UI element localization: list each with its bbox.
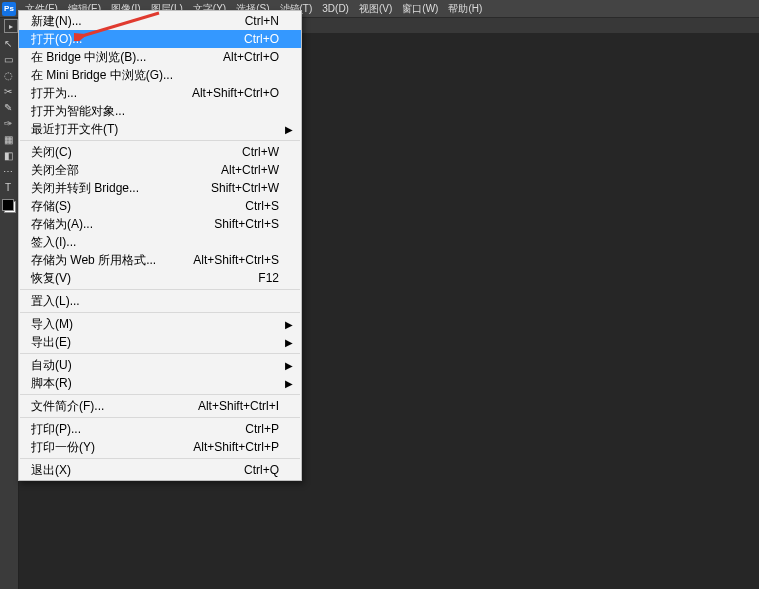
menu-item-4-1[interactable]: 脚本(R)▶ (19, 374, 301, 392)
menu-item-shortcut: Alt+Shift+Ctrl+S (193, 253, 279, 267)
menu-item-label: 脚本(R) (31, 375, 72, 392)
menu-item-1-3[interactable]: 存储(S)Ctrl+S (19, 197, 301, 215)
menu-item-1-6[interactable]: 存储为 Web 所用格式...Alt+Shift+Ctrl+S (19, 251, 301, 269)
menu-item-0-4[interactable]: 打开为...Alt+Shift+Ctrl+O (19, 84, 301, 102)
tool-7[interactable]: ◧ (0, 147, 16, 163)
file-menu: 新建(N)...Ctrl+N打开(O)...Ctrl+O在 Bridge 中浏览… (18, 10, 302, 481)
tool-1[interactable]: ▭ (0, 51, 16, 67)
menu-item-1-7[interactable]: 恢复(V)F12 (19, 269, 301, 287)
menu-item-shortcut: Ctrl+S (245, 199, 279, 213)
submenu-arrow-icon: ▶ (285, 337, 293, 348)
menu-item-label: 打开为智能对象... (31, 103, 125, 120)
tool-preset-icon[interactable]: ▸ (4, 19, 18, 33)
menu-item-shortcut: Shift+Ctrl+W (211, 181, 279, 195)
menubar-item-7[interactable]: 3D(D) (317, 0, 354, 17)
submenu-arrow-icon: ▶ (285, 319, 293, 330)
tool-2[interactable]: ◌ (0, 67, 16, 83)
menu-item-0-0[interactable]: 新建(N)...Ctrl+N (19, 12, 301, 30)
menu-item-shortcut: Alt+Shift+Ctrl+O (192, 86, 279, 100)
menu-item-shortcut: Alt+Shift+Ctrl+I (198, 399, 279, 413)
tool-6[interactable]: ▦ (0, 131, 16, 147)
menu-separator (20, 353, 300, 354)
tool-4[interactable]: ✎ (0, 99, 16, 115)
menu-item-0-1[interactable]: 打开(O)...Ctrl+O (19, 30, 301, 48)
menubar-item-9[interactable]: 窗口(W) (397, 0, 443, 17)
menu-item-label: 签入(I)... (31, 234, 76, 251)
menu-item-shortcut: Ctrl+N (245, 14, 279, 28)
menu-item-label: 打开为... (31, 85, 77, 102)
menu-item-1-1[interactable]: 关闭全部Alt+Ctrl+W (19, 161, 301, 179)
menu-item-shortcut: Alt+Shift+Ctrl+P (193, 440, 279, 454)
menu-item-label: 文件简介(F)... (31, 398, 104, 415)
tools-panel: ↖▭◌✂✎✑▦◧⋯T (0, 33, 19, 589)
menu-item-0-3[interactable]: 在 Mini Bridge 中浏览(G)... (19, 66, 301, 84)
menu-item-label: 自动(U) (31, 357, 72, 374)
menu-item-label: 在 Mini Bridge 中浏览(G)... (31, 67, 173, 84)
submenu-arrow-icon: ▶ (285, 124, 293, 135)
menu-item-label: 恢复(V) (31, 270, 71, 287)
menu-item-3-1[interactable]: 导出(E)▶ (19, 333, 301, 351)
menu-item-label: 打印(P)... (31, 421, 81, 438)
menu-item-shortcut: Ctrl+W (242, 145, 279, 159)
menu-item-label: 导入(M) (31, 316, 73, 333)
menu-item-6-1[interactable]: 打印一份(Y)Alt+Shift+Ctrl+P (19, 438, 301, 456)
menu-item-label: 导出(E) (31, 334, 71, 351)
menu-item-label: 关闭并转到 Bridge... (31, 180, 139, 197)
tool-0[interactable]: ↖ (0, 35, 16, 51)
tool-9[interactable]: T (0, 179, 16, 195)
menu-item-1-4[interactable]: 存储为(A)...Shift+Ctrl+S (19, 215, 301, 233)
app-logo-icon: Ps (2, 2, 16, 16)
menu-separator (20, 394, 300, 395)
tool-3[interactable]: ✂ (0, 83, 16, 99)
menu-item-0-5[interactable]: 打开为智能对象... (19, 102, 301, 120)
color-swatch[interactable] (2, 199, 16, 213)
menu-item-3-0[interactable]: 导入(M)▶ (19, 315, 301, 333)
menubar-item-10[interactable]: 帮助(H) (443, 0, 487, 17)
menu-item-label: 存储(S) (31, 198, 71, 215)
menu-separator (20, 312, 300, 313)
menu-item-label: 关闭(C) (31, 144, 72, 161)
menu-item-label: 置入(L)... (31, 293, 80, 310)
menu-item-7-0[interactable]: 退出(X)Ctrl+Q (19, 461, 301, 479)
menu-item-label: 存储为(A)... (31, 216, 93, 233)
menu-item-2-0[interactable]: 置入(L)... (19, 292, 301, 310)
menu-item-shortcut: Ctrl+O (244, 32, 279, 46)
submenu-arrow-icon: ▶ (285, 360, 293, 371)
menu-item-label: 新建(N)... (31, 13, 82, 30)
foreground-color-swatch[interactable] (2, 199, 14, 211)
menu-item-shortcut: Shift+Ctrl+S (214, 217, 279, 231)
menu-item-shortcut: Ctrl+Q (244, 463, 279, 477)
menu-item-1-0[interactable]: 关闭(C)Ctrl+W (19, 143, 301, 161)
menu-item-label: 在 Bridge 中浏览(B)... (31, 49, 146, 66)
menu-separator (20, 458, 300, 459)
menu-item-shortcut: Alt+Ctrl+W (221, 163, 279, 177)
menu-item-shortcut: Ctrl+P (245, 422, 279, 436)
submenu-arrow-icon: ▶ (285, 378, 293, 389)
menubar-item-8[interactable]: 视图(V) (354, 0, 397, 17)
tool-5[interactable]: ✑ (0, 115, 16, 131)
menu-item-label: 打印一份(Y) (31, 439, 95, 456)
menu-item-1-2[interactable]: 关闭并转到 Bridge...Shift+Ctrl+W (19, 179, 301, 197)
menu-item-shortcut: F12 (258, 271, 279, 285)
menu-item-label: 最近打开文件(T) (31, 121, 118, 138)
menu-separator (20, 417, 300, 418)
menu-item-label: 退出(X) (31, 462, 71, 479)
menu-item-6-0[interactable]: 打印(P)...Ctrl+P (19, 420, 301, 438)
menu-item-label: 存储为 Web 所用格式... (31, 252, 156, 269)
menu-item-shortcut: Alt+Ctrl+O (223, 50, 279, 64)
menu-item-0-6[interactable]: 最近打开文件(T)▶ (19, 120, 301, 138)
menu-separator (20, 289, 300, 290)
menu-item-label: 关闭全部 (31, 162, 79, 179)
menu-item-5-0[interactable]: 文件简介(F)...Alt+Shift+Ctrl+I (19, 397, 301, 415)
menu-item-0-2[interactable]: 在 Bridge 中浏览(B)...Alt+Ctrl+O (19, 48, 301, 66)
tool-8[interactable]: ⋯ (0, 163, 16, 179)
menu-separator (20, 140, 300, 141)
menu-item-4-0[interactable]: 自动(U)▶ (19, 356, 301, 374)
menu-item-1-5[interactable]: 签入(I)... (19, 233, 301, 251)
menu-item-label: 打开(O)... (31, 31, 82, 48)
